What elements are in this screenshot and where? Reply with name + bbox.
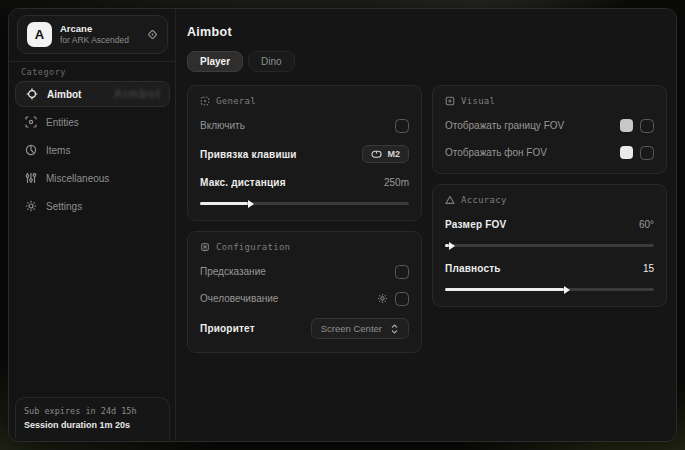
page-title: Aimbot <box>187 25 667 39</box>
distance-label: Макс. дистанция <box>200 177 286 188</box>
visual-icon <box>445 96 455 106</box>
main-content: Aimbot Player Dino <box>176 9 677 441</box>
panel-title: Accuracy <box>461 195 507 205</box>
priority-value: Screen Center <box>321 323 382 334</box>
app-subtitle: for ARK Ascended <box>60 35 139 46</box>
panel-title: Visual <box>461 96 495 106</box>
fov-size-slider[interactable] <box>445 241 654 249</box>
smoothness-slider[interactable] <box>445 285 654 293</box>
sidebar-item-items[interactable]: Items <box>15 137 170 163</box>
unfold-icon <box>390 324 399 334</box>
gear-icon <box>24 200 37 212</box>
target-icon[interactable] <box>147 29 158 40</box>
sidebar-item-label: Items <box>46 145 70 156</box>
panel-configuration: Configuration Предсказание Очеловечивани… <box>187 231 422 353</box>
slider-thumb[interactable] <box>449 242 455 250</box>
sliders-icon <box>24 172 37 184</box>
fov-border-color-swatch[interactable] <box>620 119 633 132</box>
fov-bg-color-swatch[interactable] <box>620 146 633 159</box>
sidebar: A Arcane for ARK Ascended Category <box>9 9 176 441</box>
sub-expires-text: Sub expires in 24d 15h <box>24 406 161 416</box>
slider-thumb[interactable] <box>564 286 570 294</box>
sidebar-item-entities[interactable]: Entities <box>15 109 170 135</box>
fov-border-label: Отображать границу FOV <box>445 120 564 131</box>
keybind-value: M2 <box>387 149 400 159</box>
keybind-button[interactable]: M2 <box>362 145 409 163</box>
app-name: Arcane <box>60 23 139 35</box>
session-duration-text: Session duration 1m 20s <box>24 420 161 430</box>
ghost-watermark: Aimbot <box>114 87 161 101</box>
panel-title: Configuration <box>216 242 290 252</box>
humanization-checkbox[interactable] <box>395 292 409 306</box>
brand-card: A Arcane for ARK Ascended <box>17 15 168 54</box>
priority-label: Приоритет <box>200 323 255 334</box>
panel-title: General <box>216 96 256 106</box>
tab-player[interactable]: Player <box>187 51 243 72</box>
category-label: Category <box>21 67 66 77</box>
fov-size-value: 60° <box>639 219 654 230</box>
sidebar-item-settings[interactable]: Settings <box>15 193 170 219</box>
humanization-label: Очеловечивание <box>200 293 278 304</box>
brand-text: Arcane for ARK Ascended <box>60 23 139 46</box>
panel-general: General Включить Привязка клавиши <box>187 85 422 221</box>
general-target-icon <box>200 96 210 106</box>
tab-bar: Player Dino <box>187 51 667 72</box>
distance-slider[interactable] <box>200 199 409 207</box>
fov-border-checkbox[interactable] <box>640 119 654 133</box>
app-logo: A <box>27 22 52 47</box>
sidebar-item-miscellaneous[interactable]: Miscellaneous <box>15 165 170 191</box>
keybind-label: Привязка клавиши <box>200 149 297 160</box>
right-column: Visual Отображать границу FOV Отображать… <box>432 85 667 307</box>
package-icon <box>24 144 37 156</box>
crosshair-icon <box>25 88 38 100</box>
slider-thumb[interactable] <box>248 200 254 208</box>
session-footer: Sub expires in 24d 15h Session duration … <box>15 397 170 439</box>
sidebar-nav: Aimbot Aimbot Entities <box>15 81 170 221</box>
sidebar-divider <box>9 61 175 62</box>
enable-checkbox[interactable] <box>395 119 409 133</box>
smoothness-value: 15 <box>643 263 654 274</box>
enable-label: Включить <box>200 120 245 131</box>
configuration-icon <box>200 242 210 252</box>
app-window: A Arcane for ARK Ascended Category <box>8 8 677 442</box>
sidebar-item-label: Miscellaneous <box>46 173 109 184</box>
sidebar-item-label: Entities <box>46 117 79 128</box>
sidebar-item-label: Aimbot <box>47 89 81 100</box>
priority-dropdown[interactable]: Screen Center <box>311 318 409 339</box>
fov-bg-checkbox[interactable] <box>640 146 654 160</box>
mouse-icon <box>371 149 382 159</box>
prediction-checkbox[interactable] <box>395 265 409 279</box>
panel-visual: Visual Отображать границу FOV Отображать… <box>432 85 667 174</box>
tab-dino[interactable]: Dino <box>248 51 295 72</box>
distance-value: 250m <box>384 177 409 188</box>
scan-icon <box>24 116 37 128</box>
accuracy-icon <box>445 195 455 205</box>
desktop-background: A Arcane for ARK Ascended Category <box>0 0 685 450</box>
humanization-gear-icon[interactable] <box>377 293 388 304</box>
panel-accuracy: Accuracy Размер FOV 60° <box>432 184 667 307</box>
fov-bg-label: Отображать фон FOV <box>445 147 547 158</box>
sidebar-item-aimbot[interactable]: Aimbot Aimbot <box>15 81 170 107</box>
fov-size-label: Размер FOV <box>445 219 506 230</box>
smoothness-label: Плавность <box>445 263 501 274</box>
left-column: General Включить Привязка клавиши <box>187 85 422 353</box>
prediction-label: Предсказание <box>200 266 266 277</box>
sidebar-item-label: Settings <box>46 201 82 212</box>
